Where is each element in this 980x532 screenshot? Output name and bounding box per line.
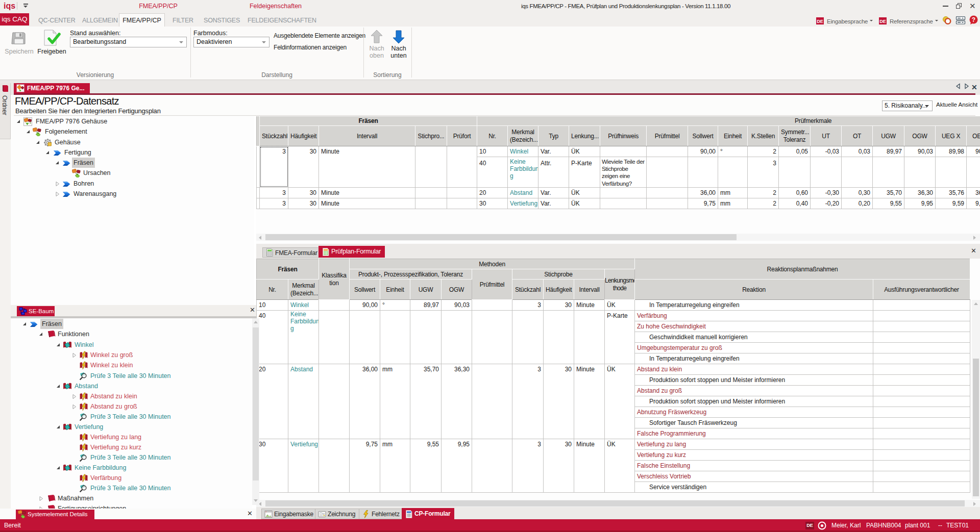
- svg-text:?: ?: [972, 16, 975, 23]
- svg-text:DE: DE: [817, 19, 823, 24]
- svg-text:DE: DE: [879, 19, 886, 24]
